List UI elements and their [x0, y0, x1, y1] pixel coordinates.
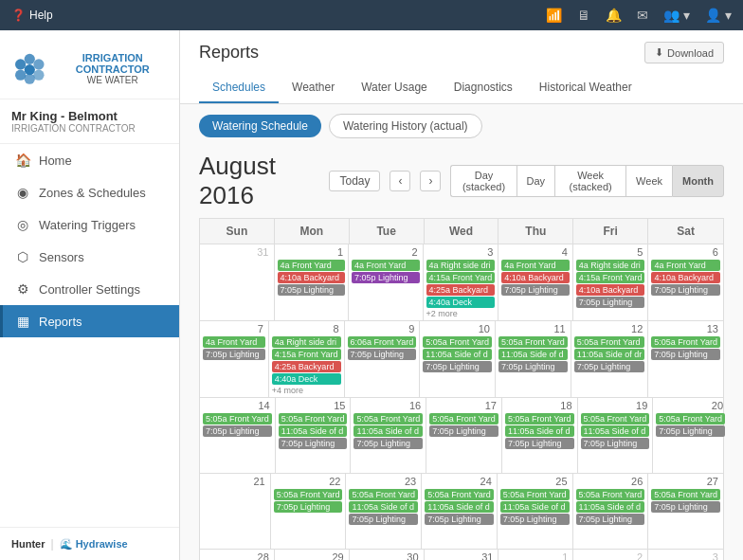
calendar-cell[interactable]: 3: [648, 550, 723, 560]
calendar-event[interactable]: 4:15a Front Yard: [426, 272, 496, 283]
view-week-button[interactable]: Week: [625, 165, 672, 197]
calendar-cell[interactable]: 14a Front Yard4:10a Backyard7:05p Lighti…: [275, 244, 350, 320]
calendar-cell[interactable]: 155:05a Front Yard11:05a Side of d7:05p …: [276, 398, 352, 473]
watering-schedule-button[interactable]: Watering Schedule: [199, 115, 321, 137]
calendar-event[interactable]: 11:05a Side of d: [353, 425, 423, 437]
calendar-cell[interactable]: 175:05a Front Yard7:05p Lighting: [426, 398, 502, 473]
calendar-cell[interactable]: 205:05a Front Yard7:05p Lighting: [653, 398, 728, 473]
view-week-stacked-button[interactable]: Week (stacked): [554, 165, 625, 197]
calendar-event[interactable]: 4a Right side dri: [272, 336, 341, 348]
calendar-cell[interactable]: 125:05a Front Yard11:05a Side of dr7:05p…: [571, 321, 649, 397]
calendar-event[interactable]: 11:05a Side of d: [576, 501, 645, 513]
calendar-cell[interactable]: 34a Right side dri4:15a Front Yard4:25a …: [424, 244, 499, 320]
calendar-cell[interactable]: 255:05a Front Yard11:05a Side of d7:05p …: [498, 474, 573, 549]
calendar-cell[interactable]: 115:05a Front Yard11:05a Side of d7:05p …: [496, 321, 571, 397]
calendar-event[interactable]: 5:05a Front Yard: [274, 489, 343, 500]
calendar-event[interactable]: 7:05p Lighting: [574, 361, 645, 372]
calendar-cell[interactable]: 275:05a Front Yard7:05p Lighting: [648, 474, 723, 549]
calendar-event[interactable]: 11:05a Side of d: [505, 425, 574, 437]
more-events-link[interactable]: +4 more: [272, 386, 341, 395]
sidebar-item-zones[interactable]: ◉ Zones & Schedules: [0, 176, 179, 208]
view-month-button[interactable]: Month: [672, 165, 724, 197]
calendar-event[interactable]: 11:05a Side of d: [279, 425, 348, 437]
help-section[interactable]: ❓ Help: [11, 9, 53, 22]
view-day-button[interactable]: Day: [516, 165, 555, 197]
calendar-cell[interactable]: 135:05a Front Yard7:05p Lighting: [648, 321, 723, 397]
calendar-event[interactable]: 4:10a Backyard: [651, 272, 720, 283]
tab-water-usage[interactable]: Water Usage: [348, 73, 441, 103]
calendar-event[interactable]: 7:05p Lighting: [278, 284, 346, 296]
calendar-event[interactable]: 5:05a Front Yard: [353, 413, 423, 425]
calendar-event[interactable]: 4:15a Front Yard: [576, 272, 645, 283]
calendar-cell[interactable]: 28: [200, 550, 275, 560]
calendar-cell[interactable]: 235:05a Front Yard11:05a Side of d7:05p …: [346, 474, 422, 549]
calendar-event[interactable]: 7:05p Lighting: [498, 361, 568, 372]
monitor-icon[interactable]: 🖥: [577, 8, 590, 23]
calendar-cell[interactable]: 64a Front Yard4:10a Backyard7:05p Lighti…: [648, 244, 723, 320]
calendar-cell[interactable]: 30: [350, 550, 425, 560]
calendar-event[interactable]: 5:05a Front Yard: [651, 336, 720, 348]
tab-historical-weather[interactable]: Historical Weather: [526, 73, 645, 103]
calendar-event[interactable]: 7:05p Lighting: [429, 425, 498, 437]
calendar-cell[interactable]: 54a Right side dri4:15a Front Yard4:10a …: [573, 244, 649, 320]
calendar-event[interactable]: 11:05a Side of dr: [574, 349, 645, 360]
more-events-link[interactable]: +2 more: [426, 309, 496, 318]
calendar-event[interactable]: 7:05p Lighting: [651, 501, 720, 513]
calendar-event[interactable]: 4a Right side dri: [426, 260, 496, 271]
tab-schedules[interactable]: Schedules: [199, 73, 279, 103]
calendar-event[interactable]: 5:05a Front Yard: [581, 413, 650, 425]
calendar-cell[interactable]: 195:05a Front Yard11:05a Side of d7:05p …: [578, 398, 654, 473]
calendar-event[interactable]: 5:05a Front Yard: [425, 489, 494, 500]
calendar-cell[interactable]: 225:05a Front Yard7:05p Lighting: [271, 474, 347, 549]
calendar-event[interactable]: 7:05p Lighting: [348, 349, 417, 360]
calendar-cell[interactable]: 24a Front Yard7:05p Lighting: [349, 244, 424, 320]
calendar-event[interactable]: 5:05a Front Yard: [279, 413, 348, 425]
calendar-event[interactable]: 4:10a Backyard: [278, 272, 346, 283]
watering-history-button[interactable]: Watering History (actual): [329, 114, 482, 138]
calendar-event[interactable]: 5:05a Front Yard: [498, 336, 568, 348]
calendar-cell[interactable]: 74a Front Yard7:05p Lighting: [200, 321, 269, 397]
calendar-event[interactable]: 7:05p Lighting: [505, 438, 574, 449]
calendar-event[interactable]: 5:05a Front Yard: [656, 413, 725, 425]
tab-weather[interactable]: Weather: [279, 73, 348, 103]
calendar-event[interactable]: 4a Right side dri: [576, 260, 645, 271]
calendar-event[interactable]: 5:05a Front Yard: [203, 413, 272, 425]
calendar-event[interactable]: 4:10a Backyard: [501, 272, 570, 283]
calendar-event[interactable]: 11:05a Side of d: [425, 501, 494, 513]
calendar-event[interactable]: 5:05a Front Yard: [423, 336, 492, 348]
calendar-event[interactable]: 5:05a Front Yard: [500, 489, 570, 500]
tab-diagnostics[interactable]: Diagnostics: [441, 73, 526, 103]
calendar-event[interactable]: 5:05a Front Yard: [576, 489, 645, 500]
calendar-event[interactable]: 7:05p Lighting: [651, 284, 720, 296]
calendar-event[interactable]: 5:05a Front Yard: [574, 336, 645, 348]
calendar-event[interactable]: 4:40a Deck: [272, 373, 341, 385]
calendar-event[interactable]: 7:05p Lighting: [203, 349, 265, 360]
calendar-event[interactable]: 7:05p Lighting: [500, 514, 570, 525]
calendar-cell[interactable]: 105:05a Front Yard11:05a Side of d7:05p …: [420, 321, 496, 397]
calendar-event[interactable]: 7:05p Lighting: [353, 438, 423, 449]
calendar-event[interactable]: 4a Front Yard: [352, 260, 420, 271]
view-day-stacked-button[interactable]: Day (stacked): [450, 165, 516, 197]
calendar-event[interactable]: 7:05p Lighting: [576, 514, 645, 525]
sidebar-item-triggers[interactable]: ◎ Watering Triggers: [0, 208, 179, 241]
calendar-cell[interactable]: 145:05a Front Yard7:05p Lighting: [200, 398, 276, 473]
calendar-event[interactable]: 11:05a Side of d: [500, 501, 570, 513]
calendar-event[interactable]: 11:05a Side of d: [581, 425, 650, 437]
calendar-event[interactable]: 5:05a Front Yard: [349, 489, 418, 500]
calendar-event[interactable]: 7:05p Lighting: [423, 361, 492, 372]
calendar-event[interactable]: 7:05p Lighting: [576, 297, 645, 308]
calendar-event[interactable]: 4:40a Deck: [426, 297, 496, 308]
calendar-event[interactable]: 7:05p Lighting: [656, 425, 725, 437]
calendar-event[interactable]: 4:15a Front Yard: [272, 349, 341, 360]
calendar-event[interactable]: 4a Front Yard: [651, 260, 720, 271]
calendar-cell[interactable]: 31: [425, 550, 499, 560]
calendar-event[interactable]: 4:10a Backyard: [576, 284, 645, 296]
calendar-cell[interactable]: 265:05a Front Yard11:05a Side of d7:05p …: [573, 474, 649, 549]
calendar-cell[interactable]: 1: [498, 550, 573, 560]
sidebar-item-sensors[interactable]: ⬡ Sensors: [0, 241, 179, 273]
calendar-event[interactable]: 7:05p Lighting: [279, 438, 348, 449]
sidebar-item-controller[interactable]: ⚙ Controller Settings: [0, 273, 179, 305]
calendar-event[interactable]: 7:05p Lighting: [274, 501, 343, 513]
calendar-cell[interactable]: 165:05a Front Yard11:05a Side of d7:05p …: [351, 398, 426, 473]
wifi-icon[interactable]: 📶: [546, 8, 562, 23]
